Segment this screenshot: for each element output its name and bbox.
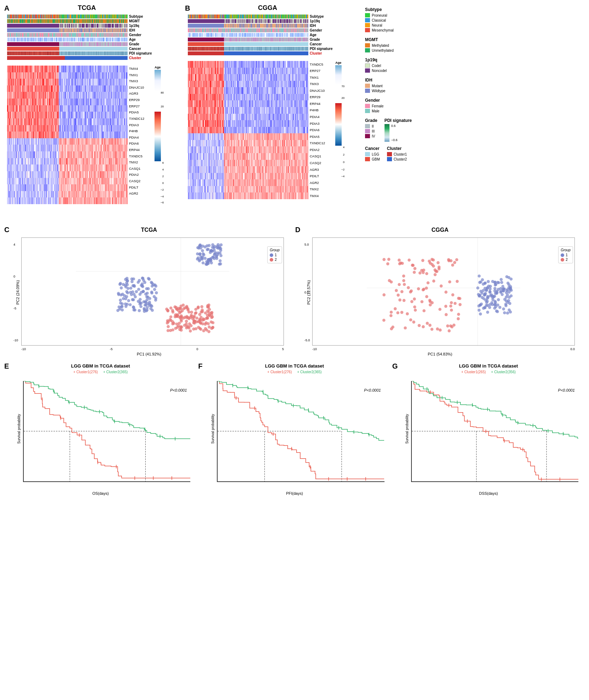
panel-f-plot: P<0.0001 (217, 381, 384, 482)
legend-cancer: Cancer LGG GBM (365, 146, 380, 162)
svg-point-301 (187, 316, 190, 319)
svg-point-468 (494, 301, 497, 304)
gene-heatmap-a: TMX4 TMX1 TMX3 DNAJC10 AGR3 ERP29 ERP27 … (7, 66, 164, 204)
mgmt-unmethylated-swatch (365, 48, 370, 52)
svg-point-543 (454, 302, 457, 305)
svg-point-190 (137, 300, 140, 303)
panel-d-plot (312, 237, 575, 346)
svg-point-554 (455, 258, 458, 261)
annotation-idh-a: IDH (7, 28, 142, 32)
svg-point-41 (201, 249, 204, 252)
panel-d-legend: Group 1 2 (558, 246, 573, 263)
svg-point-440 (488, 290, 492, 293)
svg-point-433 (477, 293, 480, 296)
svg-point-281 (175, 308, 179, 311)
svg-point-574 (398, 259, 401, 262)
svg-point-361 (506, 312, 509, 315)
svg-point-75 (211, 250, 214, 253)
svg-point-548 (391, 325, 394, 329)
svg-point-586 (426, 322, 429, 325)
svg-point-133 (147, 287, 150, 290)
annotation-pdi-a: PDI signature (7, 51, 142, 55)
svg-point-421 (506, 293, 509, 297)
panel-g: G LGG GBM in TCGA dataset + Cluster1(265… (392, 362, 585, 496)
panel-a-title: TCGA (25, 4, 149, 12)
svg-point-143 (146, 308, 149, 312)
legend-cancer-title: Cancer (365, 146, 380, 151)
svg-point-510 (422, 288, 425, 291)
svg-point-334 (195, 317, 198, 320)
panel-g-label: G (392, 362, 398, 370)
svg-point-587 (429, 303, 432, 307)
svg-point-573 (411, 264, 415, 267)
svg-point-45 (198, 252, 202, 256)
svg-point-545 (433, 273, 437, 276)
svg-point-302 (185, 320, 188, 323)
svg-point-498 (398, 298, 402, 302)
legend-1p19q-title: 1p19q (365, 57, 585, 62)
panel-e-xaxis: OS(days) (4, 491, 197, 495)
svg-point-56 (205, 263, 208, 266)
svg-point-585 (458, 297, 461, 300)
svg-point-224 (169, 307, 173, 310)
svg-point-547 (448, 329, 451, 332)
svg-point-130 (135, 290, 138, 293)
grade-ii-swatch (365, 124, 370, 128)
svg-point-580 (428, 299, 431, 302)
panel-b-label: B (185, 4, 190, 12)
svg-point-181 (125, 290, 128, 293)
svg-point-348 (192, 316, 196, 319)
svg-point-451 (497, 288, 500, 291)
svg-point-496 (382, 319, 386, 322)
svg-point-173 (120, 305, 123, 308)
panel-f: F LGG GBM in TCGA dataset + Cluster1(276… (197, 362, 391, 496)
svg-point-382 (478, 309, 481, 312)
svg-point-371 (489, 287, 492, 291)
svg-point-588 (437, 261, 440, 264)
svg-point-350 (179, 304, 183, 308)
svg-point-68 (219, 249, 222, 252)
annotation-gender-a: Gender (7, 33, 142, 37)
svg-point-426 (498, 306, 501, 309)
svg-point-188 (130, 280, 134, 283)
annotation-grade-b: Grade (188, 37, 322, 41)
panel-c-xticks: -10 -5 0 5 (21, 347, 284, 351)
legend-gender-male: Male (365, 109, 585, 113)
panel-a: A TCGA Subtype MGMT 1p19q (4, 4, 177, 223)
svg-point-532 (400, 290, 404, 293)
svg-point-512 (425, 295, 428, 298)
svg-point-333 (200, 305, 203, 308)
annotation-cluster-a: Cluster (7, 56, 142, 60)
panel-e-yaxis: Survival probability (17, 414, 21, 444)
svg-point-514 (421, 259, 425, 262)
svg-point-539 (413, 267, 416, 270)
panel-d-label: D (295, 226, 300, 234)
svg-point-471 (502, 289, 505, 292)
svg-point-347 (206, 306, 209, 309)
cancer-gbm-swatch (365, 157, 370, 161)
heatmap-a-annotations: Subtype MGMT 1p19q IDH Gender (7, 14, 142, 60)
svg-point-448 (501, 285, 505, 288)
panel-g-pvalue: P<0.0001 (558, 388, 575, 392)
annotation-pdi-b: PDI signature (188, 46, 322, 51)
annotation-grade-a: Grade (7, 42, 142, 46)
svg-point-530 (450, 325, 454, 329)
svg-point-76 (207, 258, 210, 261)
svg-point-481 (501, 293, 504, 296)
svg-point-336 (202, 329, 205, 332)
svg-point-294 (211, 326, 214, 329)
svg-point-191 (154, 298, 157, 302)
svg-point-214 (167, 329, 170, 332)
svg-point-284 (194, 308, 197, 311)
svg-point-171 (141, 284, 144, 287)
svg-point-477 (482, 282, 485, 286)
legend-gender: Gender Female Male (365, 98, 585, 114)
svg-point-100 (120, 302, 124, 306)
legend-idh: IDH Mutant Wildtype (365, 78, 585, 94)
svg-point-460 (496, 303, 499, 307)
svg-point-337 (204, 323, 207, 326)
svg-point-384 (493, 307, 496, 310)
svg-point-328 (174, 315, 177, 318)
svg-point-175 (126, 303, 129, 306)
svg-point-559 (457, 317, 460, 320)
